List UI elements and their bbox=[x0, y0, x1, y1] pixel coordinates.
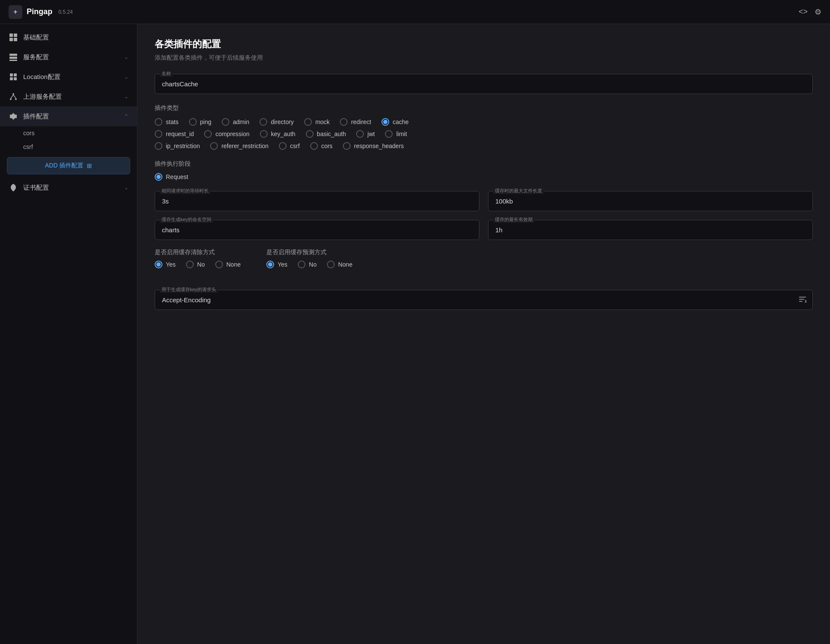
list-clear-icon[interactable] bbox=[798, 295, 807, 305]
app-header: + Pingap 0.5.24 <> ⚙ bbox=[0, 0, 830, 24]
radio-label-mock: mock bbox=[315, 118, 330, 125]
form-row-2: 缓存生成key的命名空间 缓存的最长有效期 bbox=[155, 220, 813, 240]
location-icon bbox=[9, 72, 18, 82]
radio-circle-purge-none bbox=[215, 261, 223, 268]
svg-rect-17 bbox=[799, 299, 804, 300]
header-right: <> ⚙ bbox=[799, 7, 821, 17]
plugin-stage-section: 插件执行阶段 Request bbox=[155, 160, 813, 181]
max-file-size-input[interactable] bbox=[488, 191, 813, 211]
cache-predict-title: 是否启用缓存预测方式 bbox=[266, 249, 352, 256]
radio-label-redirect: redirect bbox=[351, 118, 371, 125]
radio-compression[interactable]: compression bbox=[204, 130, 249, 138]
name-input[interactable] bbox=[155, 74, 813, 94]
radio-circle-cors bbox=[310, 142, 318, 150]
svg-rect-2 bbox=[9, 38, 13, 41]
radio-cache[interactable]: cache bbox=[381, 118, 409, 126]
radio-ping[interactable]: ping bbox=[189, 118, 211, 126]
wait-time-field: 相同请求时的等待时长 bbox=[155, 191, 479, 211]
plugin-type-row2: request_id compression key_auth basic_au… bbox=[155, 130, 813, 138]
radio-basic-auth[interactable]: basic_auth bbox=[306, 130, 346, 138]
radio-circle-mock bbox=[304, 118, 312, 126]
plugin-type-row3: ip_restriction referer_restriction csrf … bbox=[155, 142, 813, 150]
radio-circle-jwt bbox=[356, 130, 364, 138]
radio-mock[interactable]: mock bbox=[304, 118, 330, 126]
radio-circle-key-auth bbox=[260, 130, 268, 138]
radio-circle-purge-no bbox=[186, 261, 194, 268]
radio-predict-none[interactable]: None bbox=[327, 261, 352, 268]
max-file-size-field: 缓存时的最大文件长度 bbox=[488, 191, 813, 211]
sidebar-item-service[interactable]: 服务配置 ⌄ bbox=[0, 47, 137, 67]
radio-purge-yes[interactable]: Yes bbox=[155, 261, 176, 268]
svg-rect-4 bbox=[9, 54, 17, 56]
radio-admin[interactable]: admin bbox=[222, 118, 249, 126]
chevron-down-icon: ⌄ bbox=[124, 185, 128, 191]
sidebar-item-cert[interactable]: 证书配置 ⌄ bbox=[0, 178, 137, 197]
sidebar-item-upstream[interactable]: 上游服务配置 ⌄ bbox=[0, 87, 137, 106]
radio-circle-basic-auth bbox=[306, 130, 314, 138]
radio-predict-no[interactable]: No bbox=[298, 261, 317, 268]
svg-rect-18 bbox=[799, 301, 803, 302]
radio-redirect[interactable]: redirect bbox=[340, 118, 371, 126]
wait-time-input[interactable] bbox=[155, 191, 479, 211]
max-ttl-label: 缓存的最长有效期 bbox=[493, 216, 534, 223]
sidebar-plugin-label: 插件配置 bbox=[23, 112, 119, 121]
settings-icon[interactable]: ⚙ bbox=[815, 7, 821, 17]
radio-label-limit: limit bbox=[396, 131, 407, 137]
plugin-stage-label: 插件执行阶段 bbox=[155, 160, 813, 168]
server-icon bbox=[9, 52, 18, 62]
radio-request-id[interactable]: request_id bbox=[155, 130, 194, 138]
sidebar-sub-item-csrf[interactable]: csrf bbox=[23, 140, 137, 154]
name-form-field: 名称 bbox=[155, 74, 813, 94]
sidebar-sub-item-cors[interactable]: cors bbox=[23, 126, 137, 140]
max-ttl-field: 缓存的最长有效期 bbox=[488, 220, 813, 240]
radio-jwt[interactable]: jwt bbox=[356, 130, 375, 138]
radio-purge-no[interactable]: No bbox=[186, 261, 205, 268]
radio-ip-restriction[interactable]: ip_restriction bbox=[155, 142, 200, 150]
request-headers-input[interactable] bbox=[155, 290, 813, 310]
radio-purge-none[interactable]: None bbox=[215, 261, 241, 268]
svg-point-13 bbox=[15, 98, 17, 100]
max-ttl-col: 缓存的最长有效期 bbox=[488, 220, 813, 240]
radio-response-headers[interactable]: response_headers bbox=[343, 142, 404, 150]
radio-circle-request-stage bbox=[155, 173, 162, 181]
logo-icon: + bbox=[9, 5, 22, 19]
namespace-input[interactable] bbox=[155, 220, 479, 240]
sidebar-item-basic[interactable]: 基础配置 bbox=[0, 27, 137, 47]
chevron-up-icon: ⌃ bbox=[124, 113, 128, 119]
sidebar-item-plugin[interactable]: 插件配置 ⌃ bbox=[0, 106, 137, 126]
radio-circle-request-id bbox=[155, 130, 162, 138]
cache-purge-title: 是否启用缓存清除方式 bbox=[155, 249, 241, 256]
radio-csrf[interactable]: csrf bbox=[279, 142, 300, 150]
cert-icon bbox=[9, 183, 18, 192]
svg-rect-10 bbox=[14, 77, 17, 80]
svg-point-11 bbox=[12, 93, 14, 95]
name-field-group: 名称 bbox=[155, 74, 813, 94]
radio-limit[interactable]: limit bbox=[385, 130, 407, 138]
bool-sections-row: 是否启用缓存清除方式 Yes No None bbox=[155, 249, 813, 281]
sidebar-cert-label: 证书配置 bbox=[23, 184, 119, 192]
radio-label-response-headers: response_headers bbox=[354, 143, 404, 149]
namespace-label: 缓存生成key的命名空间 bbox=[160, 216, 213, 223]
svg-rect-8 bbox=[14, 73, 17, 76]
radio-request-stage[interactable]: Request bbox=[155, 173, 188, 181]
radio-label-compression: compression bbox=[215, 131, 249, 137]
sidebar-item-location[interactable]: Location配置 ⌄ bbox=[0, 67, 137, 87]
radio-label-predict-no: No bbox=[309, 261, 317, 268]
max-file-size-col: 缓存时的最大文件长度 bbox=[488, 191, 813, 211]
radio-directory[interactable]: directory bbox=[259, 118, 294, 126]
radio-stats[interactable]: stats bbox=[155, 118, 179, 126]
main-content: 各类插件的配置 添加配置各类插件，可便于后续服务使用 名称 插件类型 stats bbox=[137, 24, 830, 644]
radio-predict-yes[interactable]: Yes bbox=[266, 261, 287, 268]
radio-referer-restriction[interactable]: referer_restriction bbox=[210, 142, 269, 150]
add-plugin-button[interactable]: ADD 插件配置 ⊞ bbox=[7, 157, 130, 174]
radio-label-csrf: csrf bbox=[290, 143, 300, 149]
max-ttl-input[interactable] bbox=[488, 220, 813, 240]
radio-label-purge-no: No bbox=[197, 261, 205, 268]
radio-key-auth[interactable]: key_auth bbox=[260, 130, 296, 138]
svg-rect-16 bbox=[799, 297, 806, 298]
radio-cors[interactable]: cors bbox=[310, 142, 333, 150]
code-icon[interactable]: <> bbox=[799, 7, 808, 16]
radio-circle-cache bbox=[381, 118, 389, 126]
radio-label-key-auth: key_auth bbox=[271, 131, 296, 137]
radio-label-ip-restriction: ip_restriction bbox=[166, 143, 200, 149]
